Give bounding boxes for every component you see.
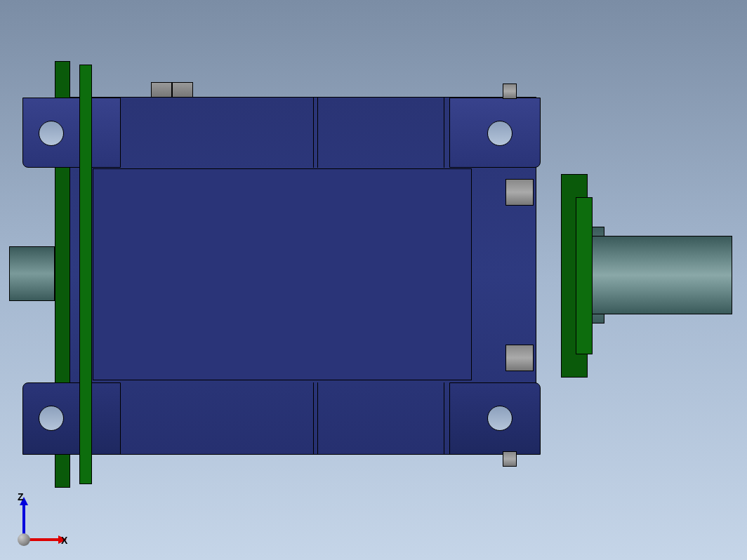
bolt-hole	[39, 121, 64, 146]
spacer-block	[503, 451, 517, 467]
edge-line	[444, 98, 444, 168]
z-axis-icon	[22, 504, 25, 535]
plate-right-front	[576, 197, 593, 354]
bolt-hole	[39, 406, 64, 431]
edge-line	[317, 98, 318, 168]
axis-triad[interactable]: Z X	[18, 490, 74, 546]
cad-viewport[interactable]: Z X	[0, 0, 747, 560]
z-axis-label: Z	[18, 491, 24, 502]
x-axis-icon	[28, 538, 60, 541]
mounting-flange-bottom-left	[22, 382, 121, 455]
edge-line	[313, 98, 314, 168]
hex-nut	[172, 82, 193, 98]
edge-line	[313, 382, 314, 455]
main-housing-recess	[93, 168, 472, 380]
x-axis-label: X	[61, 535, 67, 546]
spacer-block	[505, 345, 534, 371]
edge-line	[317, 382, 318, 455]
axis-origin-icon	[18, 533, 30, 546]
shaft-left	[9, 246, 55, 301]
hex-nuts	[151, 82, 193, 98]
plate-left-front	[79, 65, 92, 484]
bolt-hole	[487, 406, 513, 431]
spacer-block	[505, 179, 534, 206]
spacer-block	[503, 84, 517, 99]
shaft-right	[592, 236, 732, 314]
edge-line	[444, 382, 444, 455]
mounting-flange-top-left	[22, 98, 121, 168]
bolt-hole	[487, 121, 513, 146]
hex-nut	[151, 82, 172, 98]
